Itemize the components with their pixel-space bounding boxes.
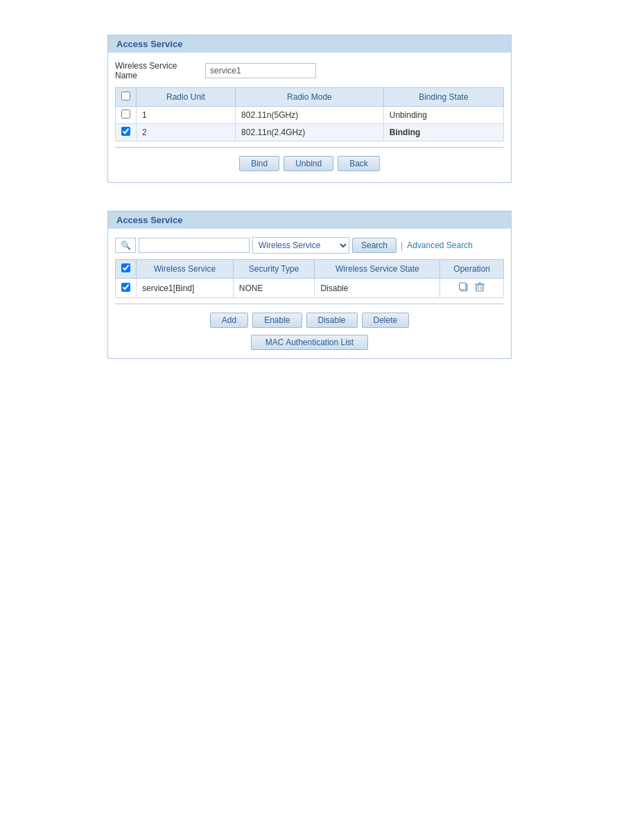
table2-header-checkbox bbox=[116, 260, 137, 279]
copy-icon[interactable] bbox=[458, 285, 471, 295]
wireless-service-table: Wireless Service Security Type Wireless … bbox=[115, 259, 504, 298]
row-checkbox-cell[interactable] bbox=[116, 107, 137, 124]
bind-button[interactable]: Bind bbox=[239, 156, 279, 171]
select-all-checkbox-1[interactable] bbox=[121, 91, 130, 100]
table-row: 2 802.11n(2.4GHz) Binding bbox=[116, 124, 504, 141]
separator1 bbox=[115, 147, 504, 148]
row-checkbox-cell[interactable] bbox=[116, 124, 137, 141]
row-checkbox[interactable] bbox=[121, 127, 130, 136]
search-button[interactable]: Search bbox=[352, 238, 396, 253]
col-radio-mode: Radio Mode bbox=[236, 88, 384, 107]
panel2: Access Service 🔍 Wireless Service Search… bbox=[107, 211, 512, 359]
panel1-header: Access Service bbox=[108, 35, 511, 53]
select-all-checkbox-2[interactable] bbox=[121, 263, 130, 272]
panel2-btn-row: Add Enable Disable Delete bbox=[115, 307, 504, 331]
delete-icon[interactable] bbox=[474, 285, 485, 295]
col-operation: Operation bbox=[440, 260, 504, 279]
enable-button[interactable]: Enable bbox=[252, 313, 302, 328]
table-row: 1 802.11n(5GHz) Unbinding bbox=[116, 107, 504, 124]
unbind-button[interactable]: Unbind bbox=[284, 156, 333, 171]
row-checkbox[interactable] bbox=[121, 110, 130, 119]
col-wireless-service-state: Wireless Service State bbox=[315, 260, 440, 279]
delete-button[interactable]: Delete bbox=[362, 313, 410, 328]
binding-state-cell: Binding bbox=[383, 124, 503, 141]
security-type-cell: NONE bbox=[233, 279, 315, 298]
advanced-search-link[interactable]: Advanced Search bbox=[407, 240, 473, 250]
search-icon: 🔍 bbox=[115, 238, 136, 253]
panel1-btn-row: Bind Unbind Back bbox=[115, 150, 504, 174]
panel1: Access Service Wireless Service Name Rad… bbox=[107, 35, 512, 183]
pipe-separator: | bbox=[401, 240, 403, 250]
radio-unit-table: Radio Unit Radio Mode Binding State 1 80… bbox=[115, 87, 504, 141]
search-row: 🔍 Wireless Service Search | Advanced Sea… bbox=[115, 237, 504, 254]
col-wireless-service: Wireless Service bbox=[137, 260, 234, 279]
search-type-select[interactable]: Wireless Service bbox=[252, 237, 349, 254]
panel2-header: Access Service bbox=[108, 211, 511, 229]
wireless-service-cell: service1[Bind] bbox=[137, 279, 234, 298]
add-button[interactable]: Add bbox=[210, 313, 248, 328]
wireless-service-name-label: Wireless Service Name bbox=[115, 61, 205, 80]
back-button[interactable]: Back bbox=[338, 156, 380, 171]
disable-button[interactable]: Disable bbox=[306, 313, 358, 328]
operation-cell[interactable] bbox=[440, 279, 504, 298]
radio-unit-cell: 1 bbox=[137, 107, 236, 124]
svg-rect-2 bbox=[476, 285, 483, 291]
radio-unit-cell: 2 bbox=[137, 124, 236, 141]
separator2 bbox=[115, 304, 504, 304]
wireless-service-state-cell: Disable bbox=[315, 279, 440, 298]
col-binding-state: Binding State bbox=[383, 88, 503, 107]
row-checkbox-cell[interactable] bbox=[116, 279, 137, 298]
mac-auth-list-button[interactable]: MAC Authentication List bbox=[251, 335, 368, 350]
wireless-service-name-input[interactable] bbox=[205, 63, 316, 78]
table-header-checkbox bbox=[116, 88, 137, 107]
col-security-type: Security Type bbox=[233, 260, 315, 279]
row-checkbox[interactable] bbox=[121, 283, 130, 292]
radio-mode-cell: 802.11n(2.4GHz) bbox=[236, 124, 384, 141]
col-radio-unit: Radio Unit bbox=[137, 88, 236, 107]
radio-mode-cell: 802.11n(5GHz) bbox=[236, 107, 384, 124]
table-row: service1[Bind] NONE Disable bbox=[116, 279, 504, 298]
binding-state-cell: Unbinding bbox=[383, 107, 503, 124]
search-input[interactable] bbox=[139, 238, 250, 253]
svg-rect-1 bbox=[460, 283, 466, 290]
